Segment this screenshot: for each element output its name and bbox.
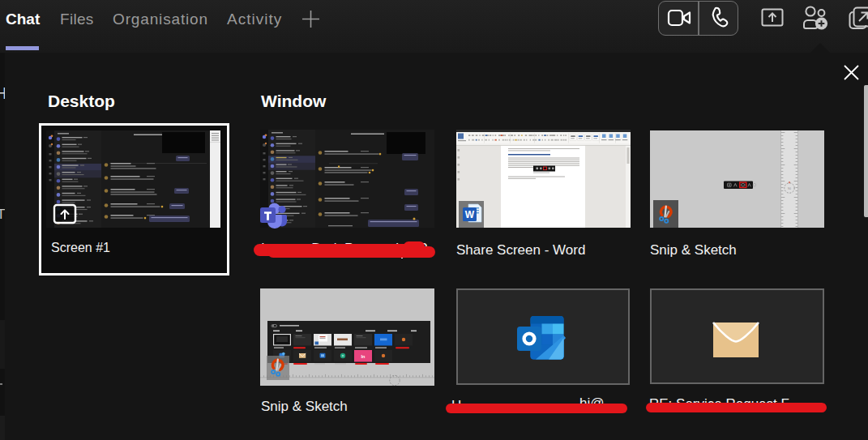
svg-text:90: 90	[788, 187, 791, 190]
svg-text:In: In	[361, 354, 366, 359]
svg-text:W: W	[465, 209, 475, 220]
